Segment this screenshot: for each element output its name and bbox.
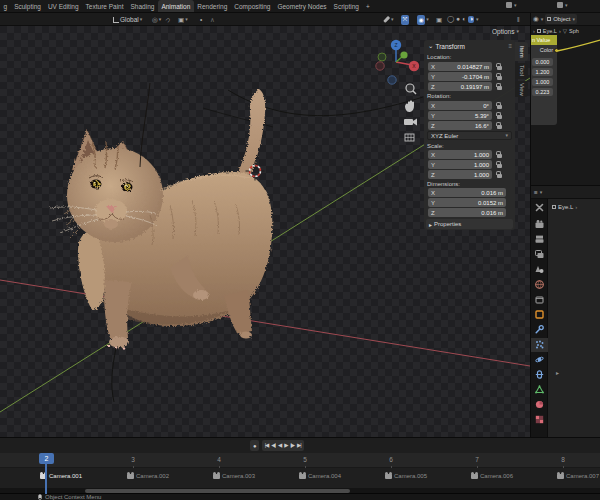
location-z-field[interactable]: Z0.19197 m [428, 82, 492, 91]
dimensions-z-field[interactable]: Z0.016 m [428, 208, 506, 217]
play-button[interactable]: ▶ [284, 443, 287, 449]
editor-divider[interactable] [530, 13, 531, 437]
shading-solid-button[interactable]: ● [456, 16, 460, 23]
tab-tool[interactable]: Tool [515, 63, 528, 79]
properties-tab-world-icon[interactable] [536, 281, 544, 289]
properties-tab-object-data-icon[interactable] [535, 385, 544, 393]
lock-icon[interactable] [497, 154, 502, 158]
shading-rendered-button[interactable]: ◑ [468, 16, 474, 23]
properties-tab-object-icon[interactable] [536, 311, 543, 318]
tab-shading[interactable]: Shading [127, 0, 158, 12]
tab-rendering[interactable]: Rendering [194, 0, 231, 12]
navigation-gizmo[interactable]: Z X [376, 40, 419, 84]
shader-editor-canvas[interactable]: › Eye.L › ▽ Sph n Value Color 0.000 1.20… [531, 26, 600, 185]
lock-icon[interactable] [497, 174, 502, 178]
prev-keyframe-button[interactable]: ◀| [271, 443, 275, 449]
marker-camera-004[interactable]: Camera.004 [299, 473, 341, 479]
tab-texture-paint[interactable]: Texture Paint [82, 0, 127, 12]
collapsed-panel-arrow[interactable]: ▸ [556, 369, 559, 376]
tab-animation[interactable]: Animation [158, 0, 194, 12]
cat-model[interactable] [50, 89, 272, 350]
properties-tab-tool-icon[interactable] [537, 205, 543, 211]
properties-editor-icon[interactable]: ≡ [534, 189, 538, 196]
lock-icon[interactable] [497, 164, 502, 168]
properties-tab-scene-icon[interactable] [536, 266, 544, 273]
snap-toggle[interactable]: ∩ [166, 13, 171, 26]
properties-tab-render-icon[interactable] [536, 220, 544, 228]
proportional-editing-toggle[interactable]: • [200, 13, 202, 26]
show-overlays-toggle[interactable]: ◉ ▾ [417, 13, 429, 26]
options-dropdown[interactable]: Options ▾ [492, 28, 519, 35]
gizmos-dropdown[interactable]: ▾ [383, 13, 394, 26]
view-layer-selector[interactable]: ▾ [557, 2, 568, 8]
gizmo-axis-neg-z[interactable] [388, 76, 396, 84]
current-frame-indicator[interactable]: 2 [39, 453, 54, 464]
pivot-point-dropdown[interactable]: ◎ ▾ [152, 13, 161, 26]
marker-track[interactable]: Camera.001 Camera.002 Camera.003 Camera.… [0, 468, 600, 488]
scene-selector[interactable]: ▾ [506, 2, 517, 8]
shading-wireframe-button[interactable]: ◯ [447, 16, 454, 23]
tab-uv-editing[interactable]: UV Editing [44, 0, 82, 12]
lock-icon[interactable] [497, 66, 502, 70]
lock-icon[interactable] [497, 125, 502, 129]
record-button[interactable]: ● [250, 440, 259, 451]
properties-tab-view-layer-icon[interactable] [536, 251, 544, 259]
dimensions-y-field[interactable]: Y0.0152 m [428, 198, 506, 207]
properties-tab-material-icon[interactable] [536, 401, 543, 408]
rotation-x-field[interactable]: X0° [428, 101, 492, 110]
properties-subpanel-header[interactable]: ▸ Properties [426, 219, 513, 229]
tab-modeling-partial[interactable]: g [0, 0, 11, 12]
shader-type-dropdown[interactable]: Object ▾ [545, 14, 577, 24]
panel-menu-icon[interactable]: ≡ [508, 43, 512, 49]
scale-z-field[interactable]: Z1.000 [428, 170, 492, 179]
lock-icon[interactable] [497, 105, 502, 109]
location-y-field[interactable]: Y-0.1704 m [428, 72, 492, 81]
tab-scripting[interactable]: Scripting [330, 0, 362, 12]
properties-tab-modifiers-icon[interactable] [536, 326, 543, 333]
frame-ruler[interactable]: 3 4 5 6 7 8 [0, 453, 600, 468]
gizmo-axis-y[interactable] [400, 51, 407, 58]
tab-view[interactable]: View [515, 81, 528, 97]
properties-tab-constraints-icon[interactable] [536, 371, 543, 378]
marker-camera-006[interactable]: Camera.006 [471, 473, 513, 479]
transform-panel-header[interactable]: ⌄ Transform [428, 42, 465, 50]
jump-to-start-button[interactable]: |◀ [265, 443, 269, 449]
xray-toggle[interactable]: ▣ [436, 13, 442, 26]
scale-x-field[interactable]: X1.000 [428, 150, 492, 159]
marker-camera-005[interactable]: Camera.005 [385, 473, 427, 479]
marker-camera-002[interactable]: Camera.002 [127, 473, 169, 479]
properties-tab-texture-icon[interactable] [536, 416, 543, 423]
gizmo-axis-neg-x[interactable] [376, 62, 384, 70]
properties-tab-output-icon[interactable] [536, 236, 544, 243]
rotation-z-field[interactable]: Z16.6° [428, 121, 492, 130]
show-gizmo-toggle[interactable]: ⤧ [401, 13, 409, 26]
rotation-y-field[interactable]: Y5.39° [428, 111, 492, 120]
lock-icon[interactable] [497, 86, 502, 90]
shader-editor-icon[interactable]: ◉ [533, 15, 539, 23]
rotation-mode-dropdown[interactable]: XYZ Euler ▾ [427, 131, 512, 140]
lock-icon[interactable] [497, 76, 502, 80]
tab-item[interactable]: Item [515, 42, 528, 61]
playhead-line[interactable] [45, 464, 47, 494]
dimensions-x-field[interactable]: X0.016 m [428, 188, 506, 197]
marker-camera-007[interactable]: Camera.007 [557, 473, 599, 479]
next-keyframe-button[interactable]: |▶ [290, 443, 294, 449]
gizmo-axis-neg-y[interactable] [378, 53, 386, 61]
snap-with-dropdown[interactable]: ▣ ▾ [178, 13, 188, 26]
lock-icon[interactable] [497, 115, 502, 119]
tab-geometry-nodes[interactable]: Geometry Nodes [274, 0, 330, 12]
shading-material-button[interactable]: ◐ [462, 16, 466, 23]
jump-to-end-button[interactable]: ▶| [297, 443, 301, 449]
properties-tab-physics-icon[interactable] [535, 356, 544, 362]
camera-view-icon[interactable] [404, 119, 417, 126]
ortho-grid-icon[interactable] [405, 134, 414, 141]
zoom-tool-icon[interactable] [406, 84, 416, 94]
transform-orientation-dropdown[interactable]: Global ▾ [113, 13, 142, 26]
properties-tab-collection-icon[interactable] [536, 297, 543, 303]
tab-sculpting[interactable]: Sculpting [11, 0, 45, 12]
curve-guide[interactable] [112, 348, 116, 402]
tab-compositing[interactable]: Compositing [231, 0, 274, 12]
add-workspace-button[interactable]: + [362, 0, 373, 12]
play-reverse-button[interactable]: ◀ [278, 443, 281, 449]
location-x-field[interactable]: X0.014827 m [428, 62, 492, 71]
